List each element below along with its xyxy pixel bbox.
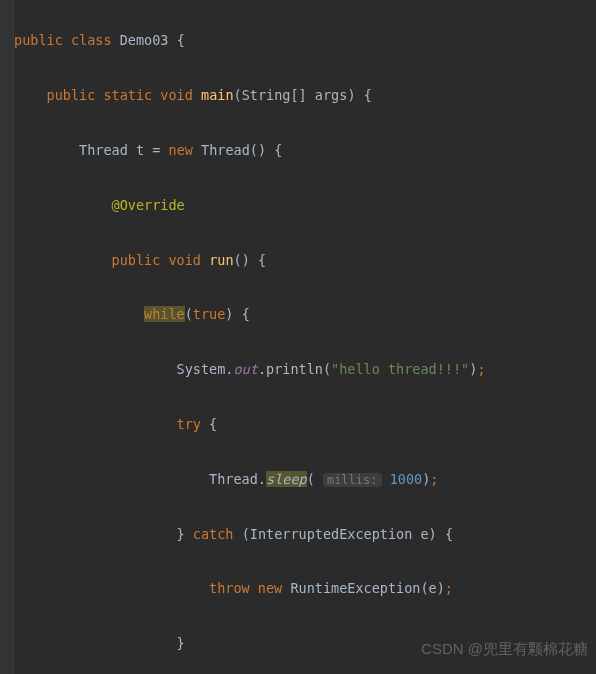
param-hint: millis: [323, 473, 382, 487]
code-line[interactable]: Thread.sleep( millis: 1000); [14, 466, 596, 493]
code-line[interactable]: } catch (InterruptedException e) { [14, 521, 596, 548]
code-line[interactable]: throw new RuntimeException(e); [14, 575, 596, 602]
code-line[interactable]: while(true) { [14, 301, 596, 328]
code-line[interactable]: Thread t = new Thread() { [14, 137, 596, 164]
code-line[interactable]: public class Demo03 { [14, 27, 596, 54]
code-text-area[interactable]: public class Demo03 { public static void… [14, 0, 596, 674]
gutter [0, 0, 14, 674]
code-line[interactable]: @Override [14, 192, 596, 219]
code-line[interactable]: public static void main(String[] args) { [14, 82, 596, 109]
code-line[interactable]: public void run() { [14, 247, 596, 274]
code-line[interactable]: System.out.println("hello thread!!!"); [14, 356, 596, 383]
code-editor[interactable]: public class Demo03 { public static void… [0, 0, 596, 674]
code-line[interactable]: try { [14, 411, 596, 438]
watermark: CSDN @兜里有颗棉花糖 [421, 635, 588, 662]
